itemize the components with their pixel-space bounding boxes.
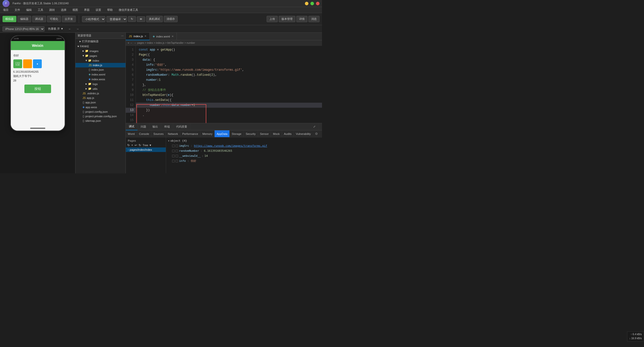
minimize-btn[interactable] (305, 2, 308, 5)
phone-btn[interactable]: 按钮 (24, 85, 51, 93)
cleardata-btn[interactable]: 清缓存 (164, 16, 178, 22)
devtool-tab-performance[interactable]: Performance (180, 130, 200, 137)
devtool-tab-network[interactable]: Network (166, 130, 180, 137)
file-projprivate[interactable]: {} project.private.config.json (75, 114, 126, 119)
menu-help[interactable]: 帮助 (106, 8, 114, 12)
devtool-tab-audits[interactable]: Audits (282, 130, 294, 137)
debug-val-imgsrc[interactable]: https://www.runoob.com/images/transforms… (194, 144, 267, 148)
devtool-tab-security[interactable]: Security (244, 130, 258, 137)
upload-btn[interactable]: 上传 (267, 16, 278, 22)
optimize-btn[interactable]: 可视化 (47, 16, 61, 22)
pages-add-btn[interactable]: + (131, 143, 133, 147)
menu-file[interactable]: 文件 (14, 8, 21, 12)
editor-btn[interactable]: 编辑器 (17, 16, 31, 22)
devtool-tab-vulnerability[interactable]: Vulnerability (294, 130, 313, 137)
pages-tree-btn[interactable]: Tree ▼ (143, 144, 152, 147)
file-appwxss[interactable]: ◈ app.wxss (75, 105, 126, 109)
pages-redo-btn[interactable]: ↻ (139, 143, 141, 147)
debug-checkbox-6[interactable] (176, 155, 178, 157)
debug-checkbox-5[interactable] (172, 155, 175, 157)
devtools-settings[interactable]: ⚙ (313, 132, 320, 136)
file-index-js[interactable]: JS index.js (75, 63, 126, 67)
file-panel-menu[interactable]: ··· (121, 34, 124, 37)
menu-edit[interactable]: 编辑 (25, 8, 33, 12)
forward-btn[interactable]: → (75, 27, 80, 31)
debug-tab-problems[interactable]: 问题 (138, 123, 149, 130)
compile-select[interactable]: 普通编译 (106, 16, 127, 22)
debug-checkbox-1[interactable] (172, 145, 175, 147)
menu-goto[interactable]: 跳转 (48, 8, 56, 12)
debug-close-btn[interactable]: ✕ (319, 123, 322, 130)
close-btn[interactable] (316, 2, 319, 5)
debug-checkbox-4[interactable] (176, 150, 178, 152)
devtools-more[interactable]: ⋮ (320, 132, 322, 136)
file-eslintrc[interactable]: JS .eslintrc.js (75, 91, 126, 96)
debug-expand-icon[interactable]: ▼ (168, 139, 169, 143)
file-open-editors[interactable]: ▶ 打开的编辑器 (75, 39, 126, 44)
file-projconfig[interactable]: {} project.config.json (75, 109, 126, 114)
code-editor[interactable]: 1 2 3 4 5 6 7 8 9 10 11 12 13 14 15 (126, 46, 322, 123)
devtool-tab-wxml[interactable]: Wxml (126, 130, 137, 137)
maximize-btn[interactable] (310, 2, 314, 5)
debug-tab-quality[interactable]: 代码质量 (173, 123, 190, 130)
file-index-wxss[interactable]: ◈ index.wxss (75, 77, 126, 82)
devtool-tab-memory[interactable]: Memory (200, 130, 215, 137)
debug-page-item[interactable]: ▪ pages/index/index (126, 147, 166, 152)
hotreload-btn[interactable]: 热重载 开 ▼ (47, 26, 65, 31)
devtool-tab-appdata[interactable]: AppData (215, 130, 230, 137)
menu-interface[interactable]: 界面 (83, 8, 91, 12)
file-appjs[interactable]: JS app.js (75, 96, 126, 100)
realdevice-btn[interactable]: 真机调试 (146, 16, 163, 22)
file-index-wxml[interactable]: ◈ index.wxml (75, 72, 126, 77)
debug-tab-terminal[interactable]: 终端 (161, 123, 173, 130)
devtool-tab-console[interactable]: Console (137, 130, 151, 137)
file-appjson[interactable]: {} app.json (75, 100, 126, 105)
debug-expand-btn[interactable]: ⤢ (310, 123, 319, 130)
menu-view[interactable]: 视图 (71, 8, 79, 12)
file-utils[interactable]: ▶ 📁 utils (75, 86, 126, 91)
menu-tools[interactable]: 工具 (37, 8, 44, 12)
simulator-btn[interactable]: 模拟器 (3, 16, 16, 22)
debug-tab-output[interactable]: 输出 (149, 123, 161, 130)
breadcrumb-back[interactable]: ← (130, 42, 133, 44)
tab-wxml-close[interactable]: ✕ (172, 35, 174, 38)
menu-wechat[interactable]: 微信开发者工具 (118, 8, 139, 12)
file-logs[interactable]: ▶ 📁 logs (75, 82, 126, 86)
devtool-tab-sensor[interactable]: Sensor (258, 130, 271, 137)
devtool-tab-sources[interactable]: Sources (151, 130, 166, 137)
devtool-tab-mock[interactable]: Mock (271, 130, 282, 137)
debug-checkbox-8[interactable] (176, 160, 178, 162)
version-btn[interactable]: 版本管理 (279, 16, 295, 22)
file-index-json[interactable]: {} index.json (75, 67, 126, 72)
file-sitemap[interactable]: {} sitemap.json (75, 119, 126, 123)
menu-settings[interactable]: 设置 (95, 8, 102, 12)
debug-checkbox-7[interactable] (172, 160, 175, 162)
message-btn[interactable]: 消息 (308, 16, 319, 22)
debug-checkbox-2[interactable] (176, 145, 178, 147)
tab-index-wxml[interactable]: ◈ index.wxml ✕ (150, 33, 177, 40)
refresh-btn[interactable]: ↻ (128, 16, 136, 22)
breadcrumb-forward[interactable]: → (134, 42, 136, 44)
pages-refresh-btn[interactable]: ↻ (127, 143, 130, 147)
debugger-btn[interactable]: 调试器 (32, 16, 46, 22)
debug-tab-debug[interactable]: 调试 (126, 123, 138, 130)
pages-undo-btn[interactable]: ↩ (135, 143, 137, 147)
mode-select[interactable]: 小程序模式 (82, 16, 105, 22)
file-fanke[interactable]: ▶ FANKE (75, 44, 126, 49)
debug-checkbox-3[interactable] (172, 150, 175, 152)
file-pages[interactable]: ▶ 📁 pages (75, 53, 126, 58)
back-btn[interactable]: ← (67, 27, 73, 31)
device-select[interactable]: iPhone 12/13 (Pro) 85% 16 (3, 26, 45, 31)
file-images[interactable]: ▶ 📁 images (75, 49, 126, 53)
preview-btn[interactable]: 👁 (137, 16, 145, 22)
file-index-folder[interactable]: ▶ 📁 index (75, 58, 126, 63)
tab-index-js[interactable]: JS index.js ✕ (126, 33, 150, 40)
cloud-btn[interactable]: 云开发 (62, 16, 76, 22)
debug-val-info: 你好 (191, 159, 196, 163)
tab-js-close[interactable]: ✕ (144, 35, 146, 37)
window-controls[interactable] (305, 2, 319, 5)
menu-project[interactable]: 项目 (2, 8, 10, 12)
devtool-tab-storage[interactable]: Storage (230, 130, 244, 137)
menu-select[interactable]: 选择 (60, 8, 67, 12)
details-btn[interactable]: 详情 (296, 16, 307, 22)
